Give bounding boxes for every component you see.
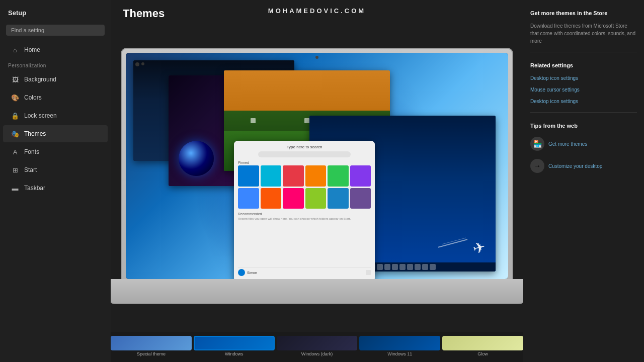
right-help-title: Tips from the web: [530, 123, 637, 129]
camera-dot: [315, 56, 318, 59]
sidebar-item-home[interactable]: ⌂ Home: [3, 41, 108, 58]
theme-preview-windows-11: [359, 336, 440, 350]
app-icon-1: [238, 165, 259, 187]
arrow-icon: →: [530, 159, 544, 173]
sidebar-item-fonts[interactable]: A Fonts: [3, 143, 108, 160]
lock-icon: 🔒: [11, 112, 19, 120]
theme-label-windows-dark: Windows (dark): [301, 351, 333, 356]
sidebar-item-taskbar-label: Taskbar: [24, 185, 45, 192]
search-box[interactable]: Find a setting: [6, 25, 105, 36]
sidebar-item-background[interactable]: 🖼 Background: [3, 71, 108, 88]
app-icon-6: [350, 165, 371, 187]
gaming-ball: [179, 141, 214, 176]
taskbar-icon-2: [377, 264, 383, 270]
laptop-container: ⬟: [111, 25, 523, 332]
theme-preview-windows: [194, 336, 275, 350]
background-icon: 🖼: [11, 75, 19, 83]
app-icon-8: [261, 188, 282, 209]
taskbar-icon: ▬: [11, 184, 19, 192]
right-help-link-2[interactable]: Customize your desktop: [548, 163, 602, 169]
sidebar-section-personalization: Personalization: [0, 59, 111, 70]
app-icon-10: [305, 188, 327, 209]
preview-stack: ⬟: [133, 60, 501, 274]
app-icon-2: [261, 165, 282, 187]
sidebar-item-themes-label: Themes: [24, 130, 46, 137]
preview-start-menu: Type here to search Pinned: [234, 141, 375, 279]
start-apps-grid: [238, 165, 371, 209]
taskbar-icon-9: [430, 264, 436, 270]
right-section-1-text: Download free themes from Microsoft Stor…: [530, 22, 637, 45]
app-icon-4: [305, 165, 327, 187]
taskbar-icon-6: [407, 264, 413, 270]
sidebar-item-fonts-label: Fonts: [24, 148, 39, 155]
sidebar-item-start-label: Start: [24, 166, 37, 173]
sidebar-item-start[interactable]: ⊞ Start: [3, 161, 108, 178]
theme-preview-windows-dark: [277, 336, 358, 350]
right-divider-2: [530, 112, 637, 113]
theme-label-windows: Windows: [225, 351, 244, 356]
theme-label-special: Special theme: [137, 351, 166, 356]
right-related-title: Related settings: [530, 62, 637, 68]
airplane-icon: ✈: [471, 237, 488, 257]
screen-content: ⬟: [126, 53, 508, 279]
search-placeholder: Find a setting: [11, 27, 44, 33]
taskbar-icon-5: [399, 264, 406, 270]
theme-option-windows[interactable]: Windows: [194, 336, 275, 358]
right-section-1-title: Get more themes in the Store: [530, 10, 637, 16]
right-help-row-2: → Customize your desktop: [530, 159, 637, 173]
sidebar-item-colors-label: Colors: [24, 94, 42, 101]
right-link-3[interactable]: Desktop icon settings: [530, 99, 637, 104]
start-icon: ⊞: [11, 166, 19, 174]
themes-icon: 🎭: [11, 130, 19, 138]
sidebar-item-lock-screen[interactable]: 🔒 Lock screen: [3, 107, 108, 124]
start-menu-content: Type here to search Pinned: [234, 141, 375, 279]
taskbar-icon-8: [422, 264, 428, 270]
fonts-icon: A: [11, 148, 19, 156]
right-link-2[interactable]: Mouse cursor settings: [530, 87, 637, 93]
theme-option-windows-dark[interactable]: Windows (dark): [277, 336, 358, 358]
theme-label-glow: Glow: [477, 351, 488, 356]
home-icon: ⌂: [11, 46, 19, 54]
colors-icon: 🎨: [11, 94, 19, 102]
theme-option-windows-11[interactable]: Windows 11: [359, 336, 440, 358]
theme-option-glow[interactable]: Glow: [442, 336, 523, 358]
app-icon-7: [238, 188, 259, 209]
app-icon-9: [283, 188, 304, 209]
sidebar-header: Setup: [0, 5, 111, 23]
app-icon-11: [328, 188, 349, 209]
theme-preview-glow: [442, 336, 523, 350]
store-icon: 🏪: [530, 137, 544, 151]
laptop-body: ⬟: [121, 48, 513, 284]
laptop-mockup: ⬟: [121, 48, 513, 314]
sidebar-item-colors[interactable]: 🎨 Colors: [3, 89, 108, 106]
main-content: MOHAMEDOVIC.COM Themes: [111, 0, 523, 362]
taskbar-icon-4: [392, 264, 398, 270]
taskbar-icon-3: [384, 264, 390, 270]
watermark: MOHAMEDOVIC.COM: [268, 7, 366, 15]
right-divider-1: [530, 52, 637, 52]
theme-preview-special: [111, 336, 192, 350]
right-panel: Get more themes in the Store Download fr…: [523, 0, 644, 362]
sidebar-item-lock-label: Lock screen: [24, 112, 57, 119]
right-help-row-1: 🏪 Get more themes: [530, 137, 637, 151]
right-link-1[interactable]: Desktop icon settings: [530, 75, 637, 81]
app-icon-5: [328, 165, 349, 187]
right-help-link-1[interactable]: Get more themes: [548, 141, 587, 147]
sidebar: Setup Find a setting ⌂ Home Personalizat…: [0, 0, 111, 362]
start-search-bar: [258, 151, 351, 157]
sidebar-item-background-label: Background: [24, 76, 56, 83]
app-icon-12: [350, 188, 371, 209]
app-icon-3: [283, 165, 304, 187]
laptop-base: [111, 279, 523, 304]
screen-bezel: ⬟: [126, 53, 508, 279]
theme-bar: Special theme Windows Windows (dark) Win…: [111, 332, 523, 362]
sidebar-item-home-label: Home: [24, 46, 40, 53]
taskbar-icon-7: [415, 264, 421, 270]
sidebar-item-taskbar[interactable]: ▬ Taskbar: [3, 179, 108, 197]
theme-label-windows-11: Windows 11: [387, 351, 412, 356]
page-title: Themes: [123, 7, 165, 20]
sidebar-item-themes[interactable]: 🎭 Themes: [3, 125, 108, 142]
theme-option-special[interactable]: Special theme: [111, 336, 192, 358]
